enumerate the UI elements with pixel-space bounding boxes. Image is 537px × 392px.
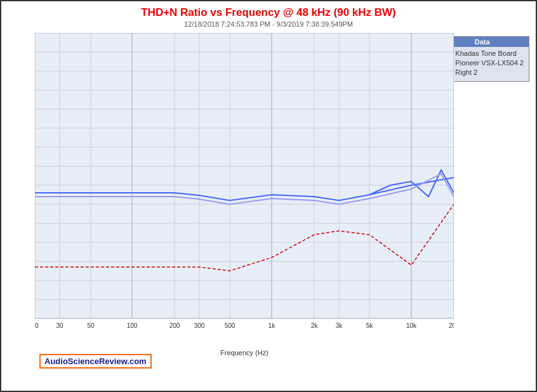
- svg-text:200: 200: [169, 322, 180, 329]
- svg-text:500: 500: [225, 322, 235, 329]
- chart-container: THD+N Ratio vs Frequency @ 48 kHz (90 kH…: [0, 0, 537, 392]
- svg-text:5k: 5k: [366, 322, 374, 329]
- svg-rect-3: [35, 33, 454, 318]
- svg-text:20: 20: [35, 322, 39, 329]
- watermark-label: AudioScienceReview.com: [39, 354, 152, 369]
- svg-text:20k: 20k: [449, 322, 454, 329]
- svg-text:3k: 3k: [336, 322, 343, 329]
- chart-subtitle: 12/18/2018 7:24:53.783 PM - 9/3/2019 7:3…: [184, 20, 353, 28]
- chart-area: THD+N Ratio (dB): [8, 33, 529, 356]
- chart-title: THD+N Ratio vs Frequency @ 48 kHz (90 kH…: [141, 6, 396, 19]
- svg-text:50: 50: [87, 322, 95, 329]
- svg-text:300: 300: [194, 322, 205, 329]
- svg-text:2k: 2k: [311, 322, 319, 329]
- svg-text:30: 30: [56, 322, 63, 329]
- svg-text:100: 100: [127, 322, 138, 329]
- chart-svg: -40 -45 -50 -55 -60 -65 -70 -75 -80 -85 …: [35, 33, 454, 337]
- svg-text:10k: 10k: [406, 322, 417, 329]
- svg-text:1k: 1k: [268, 322, 276, 329]
